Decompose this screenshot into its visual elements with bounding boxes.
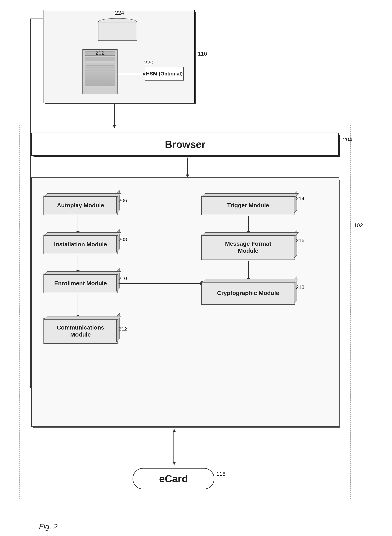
ref-118: 118 [216, 471, 225, 477]
ref-208: 208 [118, 236, 127, 243]
arrow-down [173, 462, 176, 465]
arrow-browser-to-modules [187, 158, 188, 177]
hsm-label: HSM (Optional) [146, 71, 183, 77]
ecard-label: eCard [159, 473, 188, 484]
comms-module-label: CommunicationsModule [47, 324, 113, 338]
ref-110: 110 [198, 51, 207, 57]
front-panel [85, 63, 115, 86]
diagram-container: HSM (Optional) 224 202 220 110 102 Brows… [19, 8, 370, 519]
vent-line [86, 69, 114, 69]
drive-bay-2 [85, 57, 115, 61]
arrow-up [173, 429, 176, 432]
vent-line [86, 71, 114, 71]
ref-218: 218 [296, 284, 304, 290]
installation-module-box: Installation Module [43, 235, 117, 254]
ref-220: 220 [144, 60, 154, 66]
msgfmt-module-box: Message FormatModule [201, 235, 295, 260]
arrow-server-to-browser [114, 104, 115, 128]
crypto-module-box: Cryptographic Module [201, 281, 295, 305]
browser-label: Browser [32, 133, 338, 155]
browser-box: Browser [31, 133, 339, 156]
ref-206: 206 [118, 197, 127, 204]
ref-102: 102 [354, 222, 363, 229]
arrow-line [173, 432, 174, 462]
enrollment-module-label: Enrollment Module [54, 280, 107, 287]
vent-lines [85, 63, 115, 74]
ref-224: 224 [115, 10, 124, 16]
installation-module-label: Installation Module [54, 241, 107, 248]
arrow-server-to-hsm [118, 74, 145, 74]
arrow-install-to-enroll [78, 255, 78, 273]
modules-box: Autoplay Module 206 Installation Module … [31, 177, 339, 427]
arrow-trigger-to-msgfmt [248, 216, 249, 234]
ref-202: 202 [96, 50, 105, 56]
arrow-msgfmt-to-crypto [248, 261, 249, 280]
arrow-autoplay-to-install [78, 216, 78, 234]
autoplay-module-box: Autoplay Module [43, 196, 117, 215]
hsm-box: HSM (Optional) [145, 67, 184, 80]
trigger-module-label: Trigger Module [227, 202, 269, 209]
comms-module-box: CommunicationsModule [43, 318, 117, 344]
ecard-box: eCard [133, 468, 215, 489]
arrow-enroll-to-crypto [118, 283, 202, 284]
ref-214: 214 [296, 196, 304, 202]
ref-204: 204 [343, 136, 352, 143]
autoplay-module-label: Autoplay Module [57, 202, 104, 209]
msgfmt-module-label: Message FormatModule [206, 240, 290, 254]
database-icon [98, 18, 137, 43]
vent-line [86, 67, 114, 67]
enrollment-module-box: Enrollment Module [43, 273, 117, 293]
server-tower-icon [82, 49, 117, 94]
figure-label: Fig. 2 [39, 522, 57, 531]
cylinder-body [98, 22, 137, 41]
ref-212: 212 [118, 326, 127, 332]
crypto-module-label: Cryptographic Module [217, 290, 279, 296]
arrow-enroll-to-comms [78, 294, 78, 317]
trigger-module-box: Trigger Module [201, 196, 295, 215]
ref-216: 216 [296, 237, 304, 244]
double-arrow-modules-ecard [173, 429, 175, 465]
server-group-box: HSM (Optional) [43, 10, 195, 103]
vent-line [86, 65, 114, 66]
ref-210: 210 [118, 276, 127, 282]
